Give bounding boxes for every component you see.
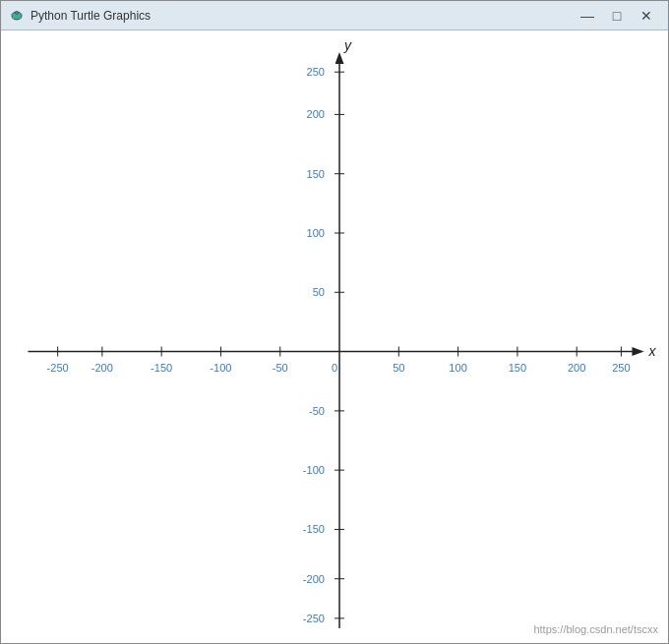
coordinate-graph: x y 50 100 150 200 250 -50 -100 xyxy=(1,30,668,643)
svg-text:200: 200 xyxy=(307,108,325,120)
svg-text:-100: -100 xyxy=(210,362,231,374)
turtle-icon xyxy=(9,8,25,24)
svg-text:-100: -100 xyxy=(303,464,325,476)
svg-text:150: 150 xyxy=(509,362,526,374)
maximize-button[interactable]: □ xyxy=(603,5,631,27)
y-axis-label: y xyxy=(343,37,352,53)
svg-text:-250: -250 xyxy=(303,613,325,624)
window-title: Python Turtle Graphics xyxy=(30,9,574,23)
svg-text:150: 150 xyxy=(307,168,325,180)
svg-text:100: 100 xyxy=(307,227,325,239)
close-button[interactable]: ✕ xyxy=(633,5,660,27)
svg-text:-250: -250 xyxy=(47,362,69,374)
window-controls: — □ ✕ xyxy=(574,5,660,27)
svg-text:-150: -150 xyxy=(151,362,172,374)
minimize-button[interactable]: — xyxy=(574,5,601,27)
svg-text:200: 200 xyxy=(568,362,585,374)
svg-text:-150: -150 xyxy=(303,523,325,535)
titlebar: Python Turtle Graphics — □ ✕ xyxy=(1,1,668,30)
svg-text:-50: -50 xyxy=(273,362,288,374)
svg-point-1 xyxy=(16,11,19,14)
svg-text:0: 0 xyxy=(332,362,337,374)
canvas-area: x y 50 100 150 200 250 -50 -100 xyxy=(1,30,668,643)
x-axis-label: x xyxy=(648,343,657,359)
svg-text:-200: -200 xyxy=(303,573,325,585)
svg-text:50: 50 xyxy=(313,286,325,298)
svg-text:250: 250 xyxy=(307,66,325,78)
svg-text:-50: -50 xyxy=(309,405,325,417)
window: Python Turtle Graphics — □ ✕ xyxy=(0,0,669,644)
svg-text:50: 50 xyxy=(393,362,404,374)
svg-text:100: 100 xyxy=(449,362,466,374)
svg-text:250: 250 xyxy=(612,362,630,374)
svg-text:-200: -200 xyxy=(91,362,113,374)
